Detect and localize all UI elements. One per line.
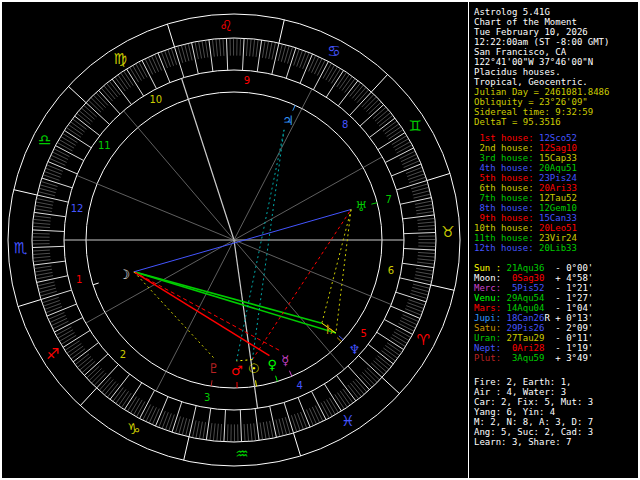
sign-capricorn-glyph: ♑ bbox=[127, 420, 140, 438]
house-row: 7th house: 12Tau52 bbox=[474, 193, 640, 203]
house-cusp-10 bbox=[182, 78, 234, 240]
header-line: DeltaT = 95.3516 bbox=[474, 117, 640, 127]
house-cusp-12 bbox=[77, 175, 234, 240]
aspect-line-moon-venus bbox=[134, 272, 270, 356]
house-number-11: 11 bbox=[98, 140, 111, 151]
chart-header: Astrolog 5.41GChart of the MomentTue Feb… bbox=[474, 7, 640, 127]
aspect-line-uranus-neptune bbox=[336, 209, 351, 333]
house-row: 6th house: 20Ari33 bbox=[474, 183, 640, 193]
planet-pluto-tick bbox=[211, 380, 212, 386]
planet-jupiter-tick bbox=[293, 105, 295, 110]
house-number-8: 8 bbox=[342, 119, 348, 130]
sign-cancer-glyph: ♋ bbox=[327, 42, 340, 60]
planet-row: Nept: 0Ari28 - 1°19' bbox=[474, 343, 640, 353]
sign-aquarius-glyph: ♒ bbox=[235, 445, 248, 463]
planet-row: Venu: 29Aqu54 - 1°27' bbox=[474, 293, 640, 303]
planet-row: Plut: 3Aqu59 + 3°49' bbox=[474, 353, 640, 363]
planet-sun-tick bbox=[256, 380, 257, 386]
house-row: 2nd house: 12Sag10 bbox=[474, 143, 640, 153]
planet-row: Uran: 27Tau29 - 0°11' bbox=[474, 333, 640, 343]
planet-row: Mars: 14Aqu04 - 1°04' bbox=[474, 303, 640, 313]
sign-gemini-glyph: ♊ bbox=[408, 117, 421, 135]
house-number-12: 12 bbox=[71, 203, 84, 214]
header-line: Astrolog 5.41G bbox=[474, 7, 640, 17]
stat-line: Yang: 6, Yin: 4 bbox=[474, 407, 640, 417]
planet-moon-tick bbox=[93, 283, 99, 285]
sign-pisces-glyph: ♓ bbox=[341, 412, 354, 430]
header-line: 122°41'00"W 37°46'00"N bbox=[474, 57, 640, 67]
sign-scorpio-glyph: ♏ bbox=[13, 239, 27, 257]
sign-virgo-glyph: ♍ bbox=[113, 50, 126, 68]
planet-row: Merc: 5Pis52 - 1°21' bbox=[474, 283, 640, 293]
header-line: Tue February 10, 2026 bbox=[474, 27, 640, 37]
house-row: 11th house: 23Vir24 bbox=[474, 233, 640, 243]
planet-uranus-tick bbox=[371, 203, 377, 205]
house-row: 12th house: 20Lib33 bbox=[474, 243, 640, 253]
sign-aries-glyph: ♈ bbox=[416, 331, 429, 349]
header-line: 12:22:00am (ST -8:00 GMT) bbox=[474, 37, 640, 47]
chart-statistics: Fire: 2, Earth: 1,Air : 4, Water: 3Car: … bbox=[474, 377, 640, 447]
aspect-line-mars-jupiter bbox=[237, 130, 285, 361]
house-cusp-2 bbox=[86, 240, 234, 323]
stat-line: M: 2, N: 8, A: 3, D: 7 bbox=[474, 417, 640, 427]
house-row: 5th house: 23Pis24 bbox=[474, 173, 640, 183]
house-row: 10th house: 20Leo51 bbox=[474, 223, 640, 233]
chart-wheel: ♈♉♊♋♌♍♎♏♐♑♒♓123456789101112☉☽☿♀♂♃♄♅♆♇ bbox=[2, 2, 468, 478]
house-cusp-11 bbox=[124, 111, 234, 240]
sign-taurus-glyph: ♉ bbox=[441, 223, 454, 241]
house-cusp-6 bbox=[234, 240, 391, 305]
planet-jupiter-glyph: ♃ bbox=[282, 113, 294, 128]
aspect-line-sun-jupiter bbox=[252, 130, 284, 360]
aspect-line-sun-uranus bbox=[252, 209, 351, 359]
house-row: 8th house: 12Gem10 bbox=[474, 203, 640, 213]
stat-line: Car: 2, Fix: 5, Mut: 3 bbox=[474, 397, 640, 407]
house-row: 3rd house: 15Cap33 bbox=[474, 153, 640, 163]
planet-neptune-tick bbox=[339, 336, 343, 340]
planet-moon-glyph: ☽ bbox=[119, 267, 131, 282]
planet-pluto-glyph: ♇ bbox=[208, 361, 220, 376]
house-row: 9th house: 15Can33 bbox=[474, 213, 640, 223]
house-number-10: 10 bbox=[149, 94, 162, 105]
house-cusp-3 bbox=[156, 240, 234, 391]
planet-mars-glyph: ♂ bbox=[231, 363, 243, 378]
header-line: Placidus houses. bbox=[474, 67, 640, 77]
house-number-7: 7 bbox=[386, 194, 392, 205]
house-number-9: 9 bbox=[244, 75, 250, 86]
header-line: Tropical, Geocentric. bbox=[474, 77, 640, 87]
house-number-6: 6 bbox=[388, 265, 394, 276]
planet-venus-glyph: ♀ bbox=[268, 357, 278, 372]
header-line: Obliquity = 23°26'09" bbox=[474, 97, 640, 107]
house-number-1: 1 bbox=[76, 274, 82, 285]
house-cusp-4 bbox=[234, 240, 258, 408]
planet-mercury-tick bbox=[289, 371, 291, 377]
planet-saturn-tick bbox=[337, 338, 341, 342]
header-line: Sidereal time: 9:32:59 bbox=[474, 107, 640, 117]
planet-position-list: Sun : 21Aqu36 - 0°00'Moon: 0Sag30 + 4°58… bbox=[474, 263, 640, 363]
planet-row: Jupi: 18Can26R + 0°13' bbox=[474, 313, 640, 323]
stat-line: Learn: 3, Share: 7 bbox=[474, 437, 640, 447]
sign-leo-glyph: ♌ bbox=[219, 17, 232, 35]
header-line: Julian Day = 2461081.8486 bbox=[474, 87, 640, 97]
house-number-4: 4 bbox=[297, 380, 303, 391]
planet-row: Moon: 0Sag30 + 4°58' bbox=[474, 273, 640, 283]
aspect-line-moon-mercury bbox=[134, 272, 281, 352]
stat-line: Air : 4, Water: 3 bbox=[474, 387, 640, 397]
astrolog-window: ♈♉♊♋♌♍♎♏♐♑♒♓123456789101112☉☽☿♀♂♃♄♅♆♇ As… bbox=[0, 0, 640, 480]
header-line: Chart of the Moment bbox=[474, 17, 640, 27]
house-cusp-5 bbox=[234, 240, 344, 369]
planet-uranus-glyph: ♅ bbox=[355, 199, 367, 214]
planet-row: Sun : 21Aqu36 - 0°00' bbox=[474, 263, 640, 273]
header-line: San Francisco, CA bbox=[474, 47, 640, 57]
aspect-line-moon-uranus bbox=[134, 209, 351, 271]
aspect-line-uranus-saturn bbox=[322, 209, 351, 323]
planet-neptune-glyph: ♆ bbox=[349, 342, 361, 357]
sign-sagittarius-glyph: ♐ bbox=[46, 345, 59, 363]
house-row: 4th house: 20Aqu51 bbox=[474, 163, 640, 173]
house-cusp-9 bbox=[234, 89, 312, 240]
house-row: 1st house: 12Sco52 bbox=[474, 133, 640, 143]
sign-libra-glyph: ♎ bbox=[38, 131, 51, 149]
house-number-5: 5 bbox=[360, 328, 366, 339]
planet-row: Satu: 29Pis26 - 2°09' bbox=[474, 323, 640, 333]
house-number-2: 2 bbox=[120, 349, 126, 360]
info-panel: Astrolog 5.41GChart of the MomentTue Feb… bbox=[468, 2, 640, 478]
